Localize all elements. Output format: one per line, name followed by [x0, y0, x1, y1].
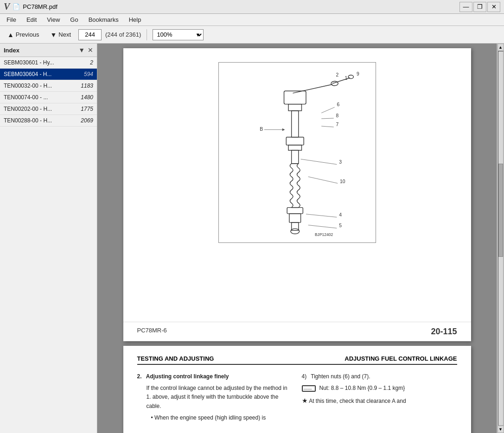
sidebar-list: SEBM030601 - Hy... 2 SEBM030604 - H... 5… — [0, 57, 97, 433]
app-logo: V — [4, 1, 10, 12]
pdf-page-2: TESTING AND ADJUSTING ADJUSTING FUEL CON… — [123, 346, 471, 433]
section-header-right: ADJUSTING FUEL CONTROL LINKAGE — [345, 355, 457, 362]
nut-spec-line: —— Nut: 8.8 – 10.8 Nm {0.9 – 1.1 kgm} — [302, 384, 457, 393]
diagram-container: 9 1 2 6 — [218, 62, 376, 243]
item4-text: 4) Tighten nuts (6) and (7). — [302, 372, 457, 381]
svg-rect-18 — [291, 111, 298, 137]
menu-go[interactable]: Go — [65, 15, 83, 25]
sidebar-item-3[interactable]: TEN00074-00 - ... 1480 — [0, 92, 97, 103]
svg-marker-15 — [282, 128, 285, 131]
sidebar-controls: ▼ ✕ — [78, 46, 93, 54]
svg-text:8: 8 — [336, 113, 338, 118]
sidebar-item-name-4: TEN00202-00 - H... — [4, 106, 79, 112]
item4-num: 4) — [302, 373, 307, 380]
pdf-viewer-wrapper: 9 1 2 6 — [97, 44, 504, 433]
svg-text:6: 6 — [337, 102, 339, 107]
menubar: File Edit View Go Bookmarks Help — [0, 14, 504, 26]
sidebar: Index ▼ ✕ SEBM030601 - Hy... 2 SEBM03060… — [0, 44, 97, 433]
svg-rect-19 — [286, 137, 304, 145]
item2-header: 2. Adjusting control linkage finely — [137, 372, 293, 381]
sidebar-item-5[interactable]: TEN00288-00 - H... 2069 — [0, 115, 97, 127]
svg-text:9: 9 — [357, 71, 359, 76]
pdf-page-content-1: 9 1 2 6 — [123, 48, 471, 317]
content-col-left: 2. Adjusting control linkage finely If t… — [137, 372, 293, 425]
sidebar-item-name-0: SEBM030601 - Hy... — [4, 59, 88, 66]
restore-button[interactable]: ❐ — [473, 2, 486, 12]
page-footer-1: PC78MR-6 20-115 — [123, 322, 471, 341]
sidebar-item-4[interactable]: TEN00202-00 - H... 1775 — [0, 103, 97, 115]
svg-text:10: 10 — [340, 179, 345, 184]
svg-rect-28 — [287, 208, 303, 214]
titlebar-title: PC78MR.pdf — [23, 3, 57, 10]
pdf-area[interactable]: 9 1 2 6 — [97, 44, 497, 433]
sidebar-header: Index ▼ ✕ — [0, 44, 97, 57]
menu-edit[interactable]: Edit — [22, 15, 41, 25]
menu-bookmarks[interactable]: Bookmarks — [84, 15, 123, 25]
svg-rect-17 — [288, 104, 301, 111]
section-header: TESTING AND ADJUSTING ADJUSTING FUEL CON… — [137, 355, 457, 365]
svg-text:BJP12402: BJP12402 — [314, 232, 333, 237]
zoom-select[interactable]: 100% 50% 75% 125% 150% 200% — [153, 29, 204, 40]
next-label: Next — [58, 31, 71, 38]
svg-text:7: 7 — [336, 122, 338, 127]
sidebar-title: Index — [4, 47, 19, 54]
sidebar-item-2[interactable]: TEN00032-00 - H... 1183 — [0, 80, 97, 92]
star-icon: ★ — [302, 397, 308, 404]
titlebar-left: V 📄 PC78MR.pdf — [4, 1, 57, 12]
svg-point-6 — [348, 75, 353, 79]
sidebar-item-0[interactable]: SEBM030601 - Hy... 2 — [0, 57, 97, 69]
page-input[interactable] — [78, 29, 102, 40]
toolbar: ▲ Previous ▼ Next (244 of 2361) 100% 50%… — [0, 26, 504, 44]
sidebar-close-button[interactable]: ✕ — [88, 46, 93, 54]
previous-label: Previous — [16, 31, 39, 38]
svg-text:B: B — [260, 127, 263, 132]
scroll-down-button[interactable]: ▼ — [498, 426, 504, 433]
scroll-vertical-track[interactable] — [498, 51, 504, 426]
section-header-left: TESTING AND ADJUSTING — [137, 355, 214, 362]
page-number-1: 20-115 — [431, 327, 457, 337]
previous-button[interactable]: ▲ Previous — [4, 29, 43, 40]
star-text: ★ At this time, check that clearance A a… — [302, 395, 457, 406]
svg-rect-20 — [288, 145, 301, 150]
pdf-scroll-area: 9 1 2 6 — [97, 44, 504, 433]
svg-line-10 — [321, 118, 334, 119]
titlebar: V 📄 PC78MR.pdf — ❐ ✕ — [0, 0, 504, 14]
next-button[interactable]: ▼ Next — [46, 29, 75, 40]
nut-spec-text: Nut: 8.8 – 10.8 Nm {0.9 – 1.1 kgm} — [319, 384, 405, 393]
svg-line-23 — [300, 159, 337, 164]
page-info: (244 of 2361) — [105, 31, 141, 38]
scroll-up-button[interactable]: ▲ — [498, 44, 504, 51]
svg-rect-33 — [289, 214, 300, 223]
content-col-right: 4) Tighten nuts (6) and (7). —— Nut: 8.8… — [302, 372, 457, 425]
footer-model: PC78MR-6 — [137, 327, 167, 337]
sidebar-item-name-5: TEN00288-00 - H... — [4, 117, 79, 124]
sidebar-item-name-1: SEBM030604 - H... — [4, 71, 82, 77]
svg-line-3 — [293, 84, 332, 93]
main-area: Index ▼ ✕ SEBM030601 - Hy... 2 SEBM03060… — [0, 44, 504, 433]
sidebar-dropdown-button[interactable]: ▼ — [78, 46, 85, 54]
star-text-content: At this time, check that clearance A and — [309, 398, 406, 404]
item2-num: 2. — [137, 373, 142, 380]
sidebar-item-page-2: 1183 — [81, 83, 93, 89]
svg-text:3: 3 — [339, 159, 342, 165]
svg-line-32 — [308, 225, 337, 229]
item2-bullet1: • When the engine speed (high idling spe… — [151, 414, 293, 422]
item2-text1: If the control linkage cannot be adjuste… — [147, 384, 293, 411]
svg-line-12 — [321, 126, 334, 127]
svg-text:2: 2 — [336, 72, 338, 77]
scroll-vertical-thumb[interactable] — [498, 164, 503, 257]
nut-icon: —— — [302, 385, 316, 392]
item2-title: Adjusting control linkage finely — [146, 373, 229, 380]
toolbar-separator — [147, 29, 147, 40]
menu-help[interactable]: Help — [124, 15, 146, 25]
sidebar-item-1[interactable]: SEBM030604 - H... 594 — [0, 69, 97, 80]
up-arrow-icon: ▲ — [7, 31, 14, 38]
menu-file[interactable]: File — [2, 15, 21, 25]
svg-text:4: 4 — [339, 212, 342, 217]
minimize-button[interactable]: — — [459, 2, 472, 12]
close-button[interactable]: ✕ — [487, 2, 500, 12]
menu-view[interactable]: View — [42, 15, 64, 25]
down-arrow-icon: ▼ — [50, 31, 57, 38]
technical-diagram: 9 1 2 6 — [223, 67, 371, 238]
sidebar-item-name-3: TEN00074-00 - ... — [4, 94, 79, 101]
